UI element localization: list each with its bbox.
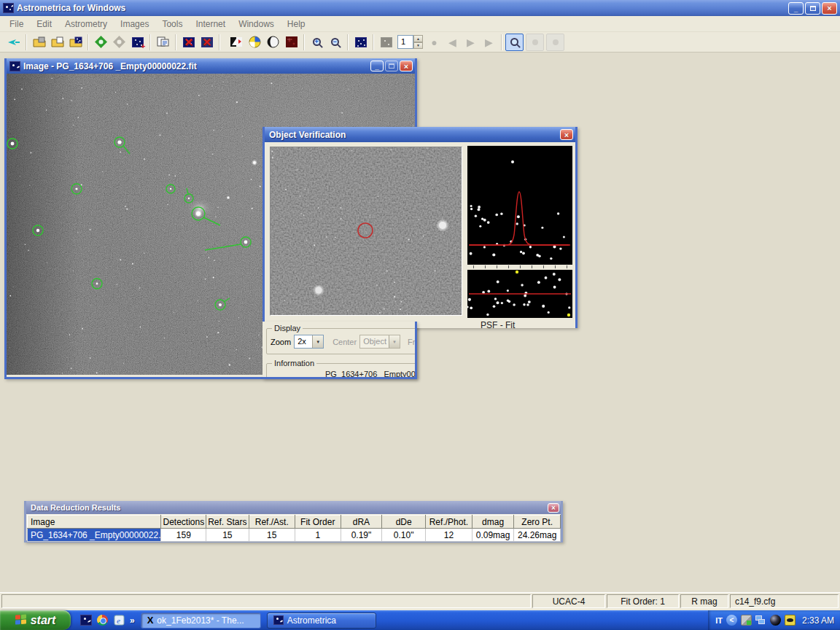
dark-frame-button[interactable]: obs [282,34,300,51]
tray-network-icon[interactable] [755,615,766,626]
col-ref-ast[interactable]: Ref./Ast. [249,516,295,529]
image-close-button[interactable]: × [400,61,413,71]
quicklaunch-browser-icon[interactable]: e [113,615,125,626]
zoom-combobox[interactable]: 2x ▼ [294,335,324,349]
blink-images-button[interactable] [351,34,370,51]
image-window-titlebar[interactable]: Image - PG_1634+706 _Empty00000022.fit _… [7,58,415,74]
results-titlebar[interactable]: Data Reduction Results × [26,501,561,514]
image-window-icon [9,61,20,71]
color-palette-button[interactable] [246,34,264,51]
col-dmag[interactable]: dmag [472,516,514,529]
col-ref-phot[interactable]: Ref./Phot. [426,516,472,529]
minimize-button[interactable]: _ [788,2,804,15]
image-maximize-button[interactable] [385,61,398,71]
cell-dde: 0.10" [382,529,426,542]
cell-ref-stars: 15 [206,529,249,542]
tray-webcam-icon[interactable] [770,615,781,626]
frame-spin-down-button[interactable]: ▼ [413,42,423,50]
frame-number-input[interactable]: 1 [397,35,413,49]
menubar: File Edit Astrometry Images Tools Intern… [0,16,840,32]
zoom-in-button[interactable]: + [308,34,326,51]
delete-object-button[interactable]: ✕ [179,34,198,51]
app-title: Astrometrica for Windows [17,3,788,13]
magnify-mode-toggle[interactable] [505,34,524,51]
gray-target-icon [113,36,125,48]
menu-internet[interactable]: Internet [189,17,232,31]
object-detect-button[interactable] [92,34,110,51]
language-indicator[interactable]: IT [715,616,723,625]
invert-display-button[interactable] [264,34,282,51]
cell-zero-pt: 24.26mag [514,529,561,542]
settings-pointer-button[interactable] [4,34,23,51]
contrast-circle-icon [267,36,279,48]
load-images-button[interactable] [30,34,48,51]
menu-edit[interactable]: Edit [30,17,58,31]
center-combobox[interactable]: Object ▼ [359,335,400,349]
previous-frame-button[interactable]: ◀ [443,34,462,51]
start-label: start [31,614,56,627]
cell-image[interactable]: PG_1634+706 _Empty00000022. [28,529,161,542]
task-button-editor[interactable]: X ok_1Feb2013* - The... [141,612,261,629]
center-combobox-value: Object [360,335,389,348]
results-data-row[interactable]: PG_1634+706 _Empty00000022. 159 15 15 1 … [28,529,561,542]
zoom-in-icon: + [313,38,321,46]
quicklaunch-overflow-chevron[interactable]: » [130,615,135,626]
menu-tools[interactable]: Tools [155,17,189,31]
col-ref-stars[interactable]: Ref. Stars [206,516,249,529]
menu-help[interactable]: Help [281,17,312,31]
add-object-button[interactable]: + [128,34,147,51]
menu-images[interactable]: Images [114,17,155,31]
close-button[interactable]: × [822,2,837,15]
col-fit-order[interactable]: Fit Order [295,516,341,529]
quicklaunch-astrometrica-icon[interactable] [79,615,92,626]
col-zero-pt[interactable]: Zero Pt. [514,516,561,529]
app-titlebar[interactable]: Astrometrica for Windows _ × [0,0,840,16]
delete-frame-button[interactable]: ✕ [198,34,216,51]
verification-close-button[interactable]: × [560,129,573,140]
report-button[interactable] [154,34,172,51]
zoom-dropdown-arrow[interactable]: ▼ [312,335,323,348]
taskbar: start e » X ok_1Feb2013* - The... Astrom… [0,610,840,630]
restore-button[interactable] [805,2,820,15]
zoom-out-icon: − [331,38,339,46]
menu-file[interactable]: File [3,17,30,31]
cell-detections: 159 [161,529,206,542]
blink-setup-button[interactable] [377,34,395,51]
col-detections[interactable]: Detections [161,516,206,529]
load-star-catalog-button[interactable] [66,34,85,51]
zoom-combobox-value: 2x [295,335,312,348]
center-label: Center [332,338,357,346]
tray-app-icon[interactable] [741,615,752,626]
col-image[interactable]: Image [28,516,161,529]
task-button-astrometrica[interactable]: Astrometrica [267,612,376,629]
tray-collapse-chevron[interactable]: < [726,615,737,626]
object-center-button[interactable] [110,34,128,51]
play-button[interactable]: ▶ [462,34,480,51]
results-close-button[interactable]: × [548,503,559,513]
red-x-icon: ✕ [202,36,211,47]
start-button[interactable]: start [0,610,71,630]
blink-stars-icon [355,37,367,47]
quicklaunch-chrome-icon[interactable] [96,615,109,626]
verification-image-panel[interactable] [270,147,462,316]
menu-astrometry[interactable]: Astrometry [58,17,114,31]
frame-spin-up-button[interactable]: ▲ [413,35,423,42]
load-file-button[interactable] [48,34,66,51]
restore-icon [810,6,816,11]
tray-clock[interactable]: 2:33 AM [802,615,834,626]
zoom-out-button[interactable]: − [326,34,344,51]
col-dra[interactable]: dRA [341,516,382,529]
menu-windows[interactable]: Windows [232,17,281,31]
task-button-astrometrica-label: Astrometrica [287,615,336,626]
image-minimize-button[interactable]: _ [370,61,384,71]
col-dde[interactable]: dDe [382,516,426,529]
teal-dart-icon [7,38,21,47]
display-groupbox: Display Zoom 2x ▼ Center Object ▼ Fr [266,328,417,354]
next-frame-button[interactable]: ▶ [480,34,498,51]
histogram-stretch-button[interactable] [228,34,246,51]
mode-toggle-2[interactable] [526,34,544,51]
mode-toggle-3[interactable] [546,34,564,51]
verification-titlebar[interactable]: Object Verification × [265,127,575,142]
tray-eye-icon[interactable] [785,615,796,626]
record-button[interactable]: ● [425,34,443,51]
